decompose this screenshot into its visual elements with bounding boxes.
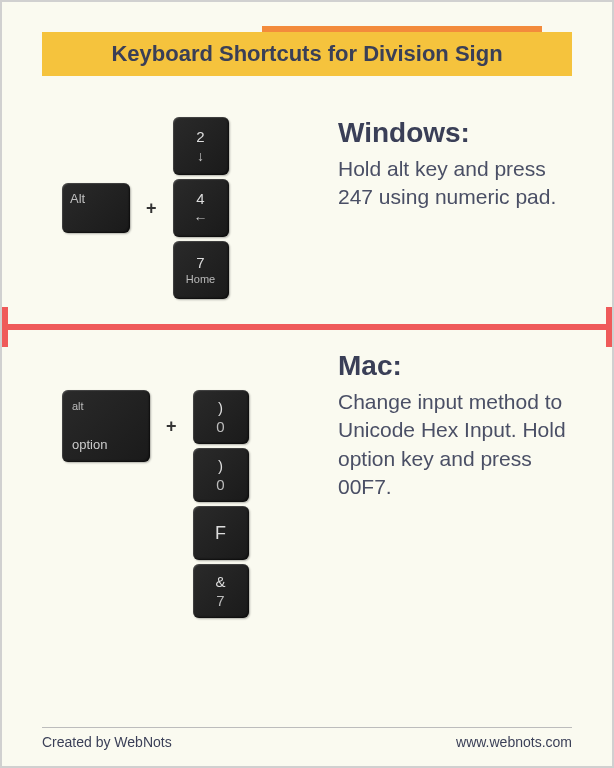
footer-row: Created by WebNots www.webnots.com	[42, 734, 572, 750]
windows-title: Windows:	[338, 117, 572, 149]
infographic-page: Keyboard Shortcuts for Division Sign Alt…	[0, 0, 614, 768]
divider-line	[2, 324, 612, 330]
key-2: 2 ↓	[173, 117, 229, 175]
key-7-bottom: Home	[186, 274, 215, 285]
option-key-bottom: option	[72, 437, 107, 452]
footer-divider-line	[42, 727, 572, 728]
plus-icon: +	[140, 198, 163, 219]
mac-section: alt option + ) 0 ) 0 F & 7	[2, 345, 612, 628]
key-2-top: 2	[196, 129, 204, 144]
key-0b-top: )	[218, 458, 223, 473]
footer-url: www.webnots.com	[456, 734, 572, 750]
key-0a-bottom: 0	[216, 419, 224, 434]
section-divider	[2, 317, 612, 337]
mac-title: Mac:	[338, 350, 572, 382]
key-7b-bottom: 7	[216, 593, 224, 608]
footer-credit: Created by WebNots	[42, 734, 172, 750]
key-4: 4 ←	[173, 179, 229, 237]
key-0a-top: )	[218, 400, 223, 415]
mac-keys-area: alt option + ) 0 ) 0 F & 7	[62, 350, 322, 618]
key-f: F	[193, 506, 249, 560]
key-0b: ) 0	[193, 448, 249, 502]
key-7b: & 7	[193, 564, 249, 618]
key-7-top: 7	[196, 255, 204, 270]
mac-key-column: ) 0 ) 0 F & 7	[193, 390, 249, 618]
key-7: 7 Home	[173, 241, 229, 299]
key-7b-top: &	[216, 574, 226, 589]
key-0b-bottom: 0	[216, 477, 224, 492]
windows-instruction: Windows: Hold alt key and press 247 usin…	[322, 117, 572, 212]
key-4-top: 4	[196, 191, 204, 206]
windows-keys-area: Alt + 2 ↓ 4 ← 7 Home	[62, 117, 322, 299]
mac-instruction: Mac: Change input method to Unicode Hex …	[322, 350, 572, 501]
option-key-top: alt	[72, 400, 84, 412]
key-0a: ) 0	[193, 390, 249, 444]
divider-cap-right	[606, 307, 612, 347]
windows-key-column: 2 ↓ 4 ← 7 Home	[173, 117, 229, 299]
left-arrow-icon: ←	[194, 210, 208, 226]
windows-section: Alt + 2 ↓ 4 ← 7 Home Windows: Hold al	[2, 112, 612, 309]
down-arrow-icon: ↓	[197, 148, 204, 164]
key-f-top: F	[215, 524, 226, 542]
footer: Created by WebNots www.webnots.com	[42, 727, 572, 750]
alt-key: Alt	[62, 183, 130, 233]
alt-key-label: Alt	[70, 191, 85, 206]
windows-text: Hold alt key and press 247 using numeric…	[338, 155, 572, 212]
plus-icon: +	[160, 390, 183, 437]
header-title: Keyboard Shortcuts for Division Sign	[111, 41, 502, 67]
option-key: alt option	[62, 390, 150, 462]
header-band: Keyboard Shortcuts for Division Sign	[42, 32, 572, 82]
header-title-bar: Keyboard Shortcuts for Division Sign	[42, 32, 572, 76]
mac-text: Change input method to Unicode Hex Input…	[338, 388, 572, 501]
